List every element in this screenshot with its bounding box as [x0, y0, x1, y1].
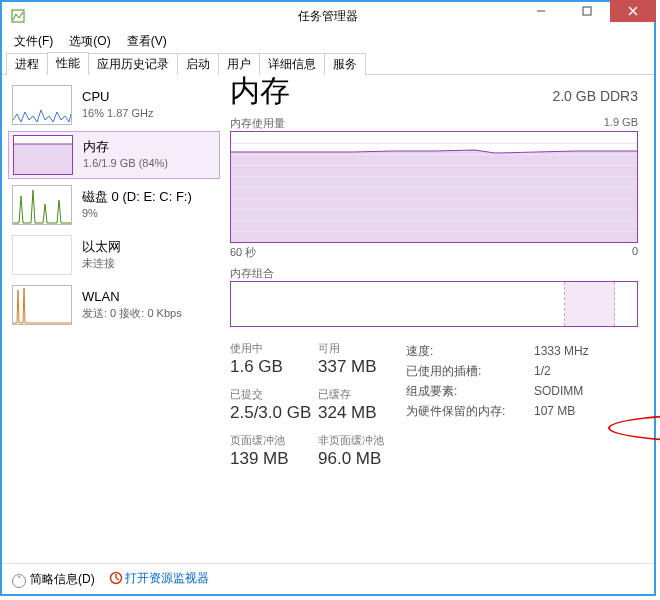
- sidebar-item-label: 内存: [83, 139, 168, 155]
- sidebar-item-sub: 发送: 0 接收: 0 Kbps: [82, 305, 182, 321]
- memory-usage-chart: [230, 131, 638, 243]
- open-resmon-link[interactable]: 打开资源监视器: [109, 570, 209, 587]
- stat-speed: 速度:1333 MHz: [406, 341, 638, 361]
- composition-label: 内存组合: [230, 266, 274, 281]
- main-panel: 内存 2.0 GB DDR3 内存使用量 1.9 GB: [220, 75, 654, 563]
- sidebar-item-memory[interactable]: 内存 1.6/1.9 GB (84%): [8, 131, 220, 179]
- stats-left: 使用中 1.6 GB 可用 337 MB 已提交 2.5/3.0 GB 已缓存 …: [230, 341, 406, 479]
- sidebar-item-label: CPU: [82, 89, 154, 105]
- sidebar-item-sub: 未连接: [82, 255, 121, 271]
- chart-xaxis: 60 秒 0: [230, 245, 638, 260]
- usage-chart-header: 内存使用量 1.9 GB: [230, 116, 638, 131]
- page-title: 内存: [230, 71, 290, 112]
- memory-spec: 2.0 GB DDR3: [552, 88, 638, 104]
- tab-startup[interactable]: 启动: [177, 53, 219, 75]
- wlan-thumb-icon: [12, 285, 72, 325]
- resmon-icon: [109, 571, 123, 588]
- body: CPU 16% 1.87 GHz 内存 1.6/1.9 GB (84%): [2, 75, 654, 563]
- stat-available: 可用 337 MB: [318, 341, 406, 377]
- memory-composition-chart: [230, 281, 638, 327]
- sidebar-item-label: 以太网: [82, 239, 121, 255]
- stat-slots: 已使用的插槽:1/2: [406, 361, 638, 381]
- stat-inuse: 使用中 1.6 GB: [230, 341, 318, 377]
- menu-view[interactable]: 查看(V): [121, 31, 173, 52]
- maximize-button[interactable]: [564, 0, 610, 22]
- sidebar-item-cpu[interactable]: CPU 16% 1.87 GHz: [8, 81, 220, 129]
- svg-marker-7: [231, 150, 637, 242]
- stat-committed: 已提交 2.5/3.0 GB: [230, 387, 318, 423]
- sidebar-item-wlan[interactable]: WLAN 发送: 0 接收: 0 Kbps: [8, 281, 220, 329]
- minimize-button[interactable]: [518, 0, 564, 22]
- stat-cached: 已缓存 324 MB: [318, 387, 406, 423]
- cpu-thumb-icon: [12, 85, 72, 125]
- chevron-up-icon: ˄: [12, 574, 26, 588]
- sidebar-item-sub: 9%: [82, 205, 192, 221]
- sidebar-item-sub: 1.6/1.9 GB (84%): [83, 155, 168, 171]
- usage-label: 内存使用量: [230, 116, 285, 131]
- xaxis-left: 60 秒: [230, 245, 256, 260]
- svg-rect-5: [14, 144, 72, 174]
- sidebar-item-disk[interactable]: 磁盘 0 (D: E: C: F:) 9%: [8, 181, 220, 229]
- sidebar-item-label: 磁盘 0 (D: E: C: F:): [82, 189, 192, 205]
- svg-rect-2: [583, 7, 591, 15]
- titlebar: 任务管理器: [2, 2, 654, 30]
- stat-nonpaged: 非页面缓冲池 96.0 MB: [318, 433, 406, 469]
- main-header: 内存 2.0 GB DDR3: [230, 71, 638, 112]
- stat-paged: 页面缓冲池 139 MB: [230, 433, 318, 469]
- close-button[interactable]: [610, 0, 656, 22]
- ethernet-thumb-icon: [12, 235, 72, 275]
- tab-app-history[interactable]: 应用历史记录: [88, 53, 178, 75]
- menubar: 文件(F) 选项(O) 查看(V): [2, 30, 654, 52]
- sidebar-item-ethernet[interactable]: 以太网 未连接: [8, 231, 220, 279]
- footer: ˄简略信息(D) 打开资源监视器: [2, 563, 654, 594]
- sidebar-item-label: WLAN: [82, 289, 182, 305]
- sidebar-item-sub: 16% 1.87 GHz: [82, 105, 154, 121]
- tab-processes[interactable]: 进程: [6, 53, 48, 75]
- svg-line-10: [116, 578, 119, 580]
- usage-max: 1.9 GB: [604, 116, 638, 131]
- stat-hwreserved: 为硬件保留的内存:107 MB: [406, 401, 638, 421]
- composition-label-row: 内存组合: [230, 266, 638, 281]
- disk-thumb-icon: [12, 185, 72, 225]
- sidebar: CPU 16% 1.87 GHz 内存 1.6/1.9 GB (84%): [2, 75, 220, 563]
- window-controls: [518, 0, 656, 22]
- menu-options[interactable]: 选项(O): [63, 31, 116, 52]
- fewer-details-link[interactable]: ˄简略信息(D): [12, 571, 95, 588]
- tab-performance[interactable]: 性能: [47, 52, 89, 75]
- stats-right: 速度:1333 MHz 已使用的插槽:1/2 组成要素:SODIMM 为硬件保留…: [406, 341, 638, 479]
- stat-formfactor: 组成要素:SODIMM: [406, 381, 638, 401]
- stats-block: 使用中 1.6 GB 可用 337 MB 已提交 2.5/3.0 GB 已缓存 …: [230, 341, 638, 479]
- xaxis-right: 0: [632, 245, 638, 260]
- memory-thumb-icon: [13, 135, 73, 175]
- task-manager-window: 任务管理器 文件(F) 选项(O) 查看(V) 进程 性能 应用历史记录 启动 …: [0, 0, 656, 596]
- menu-file[interactable]: 文件(F): [8, 31, 59, 52]
